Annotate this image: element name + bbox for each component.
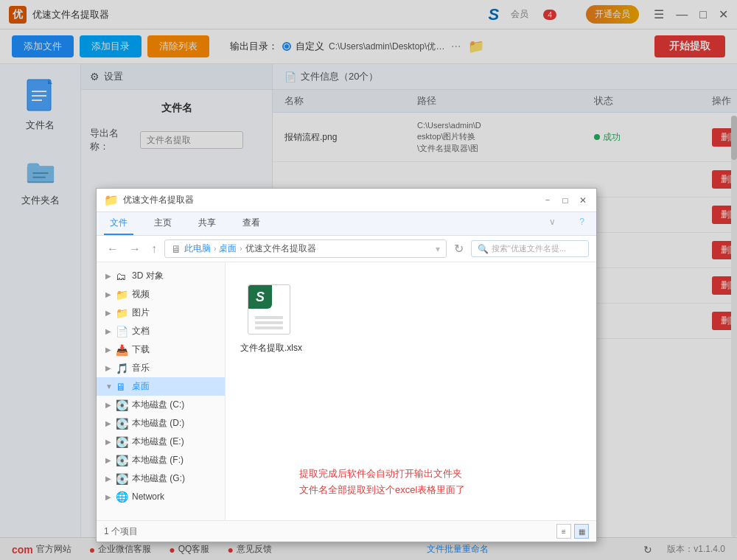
tree-item-label: Network — [132, 491, 164, 502]
tree-arrow-icon: ▶ — [105, 493, 113, 501]
tree-arrow-icon: ▶ — [105, 327, 113, 335]
breadcrumb-bar[interactable]: 🖥 此电脑 › 桌面 › 优速文件名提取器 ▾ — [164, 239, 447, 258]
breadcrumb-folder-icon: 🖥 — [171, 243, 181, 255]
tree-drive-icon: 💽 — [116, 436, 129, 448]
tree-arrow-icon: ▶ — [105, 475, 113, 483]
nav-back-button[interactable]: ← — [104, 241, 122, 257]
ribbon-expand-icon[interactable]: ∨ — [545, 212, 560, 235]
tree-arrow-icon: ▼ — [105, 382, 113, 391]
explorer-close-button[interactable]: ✕ — [577, 195, 589, 206]
explorer-window: 📁 优速文件名提取器 － □ ✕ 文件 主页 共享 查看 ∨ ? ← → ↑ — [96, 188, 597, 542]
bc-computer[interactable]: 此电脑 — [184, 242, 211, 255]
explorer-hint-text: 提取完成后软件会自动打开输出文件夹 文件名全部提取到这个excel表格里面了 — [299, 466, 465, 498]
tree-item-label: 视频 — [132, 288, 150, 301]
tree-arrow-icon: ▶ — [105, 456, 113, 464]
tree-item-c-drive[interactable]: ▶ 💽 本地磁盘 (C:) — [97, 396, 225, 414]
status-items-count: 1 个项目 — [104, 525, 138, 538]
bc-current: 优速文件名提取器 — [245, 242, 316, 255]
tree-item-f-drive[interactable]: ▶ 💽 本地磁盘 (F:) — [97, 451, 225, 469]
ribbon-tab-view[interactable]: 查看 — [237, 212, 266, 235]
tree-drive-icon: 💽 — [116, 473, 129, 485]
tree-item-label: 音乐 — [132, 362, 150, 374]
explorer-ribbon: 文件 主页 共享 查看 ∨ ? — [97, 212, 596, 236]
tree-item-label: 本地磁盘 (C:) — [132, 399, 184, 411]
tree-item-label: 文档 — [132, 325, 150, 337]
tree-item-g-drive[interactable]: ▶ 💽 本地磁盘 (G:) — [97, 469, 225, 488]
explorer-overlay: 📁 优速文件名提取器 － □ ✕ 文件 主页 共享 查看 ∨ ? ← → ↑ — [0, 0, 737, 560]
list-view-button[interactable]: ≡ — [556, 524, 571, 539]
excel-file-item[interactable]: S 文件名提取.xlsx — [240, 284, 302, 354]
tree-folder-icon: 📥 — [116, 344, 129, 356]
tree-item-network[interactable]: ▶ 🌐 Network — [97, 488, 225, 505]
tree-item-video[interactable]: ▶ 📁 视频 — [97, 285, 225, 304]
tree-folder-icon: 🎵 — [116, 363, 129, 374]
tree-arrow-icon: ▶ — [105, 401, 113, 409]
tree-item-label: 桌面 — [132, 380, 150, 393]
explorer-main-area: S 文件名提取.xlsx 提取完成后软件 — [226, 262, 596, 520]
tree-folder-icon: 🖥 — [116, 381, 129, 393]
file-item-container: S 文件名提取.xlsx — [240, 284, 302, 354]
bc-desktop[interactable]: 桌面 — [219, 242, 237, 255]
excel-lines — [255, 316, 283, 329]
tree-arrow-icon: ▶ — [105, 346, 113, 354]
excel-brand-badge: S — [248, 285, 272, 309]
tree-folder-icon: 📁 — [116, 307, 129, 319]
tree-item-label: 3D 对象 — [132, 270, 164, 282]
tree-item-d-drive[interactable]: ▶ 💽 本地磁盘 (D:) — [97, 414, 225, 433]
tree-drive-icon: 💽 — [116, 418, 129, 430]
ribbon-tab-file[interactable]: 文件 — [104, 212, 133, 235]
tree-folder-icon: 📄 — [116, 326, 129, 337]
explorer-title-text: 优速文件名提取器 — [123, 194, 194, 206]
search-placeholder: 搜索"优速文件名提... — [492, 243, 566, 254]
excel-file-name: 文件名提取.xlsx — [240, 342, 302, 354]
explorer-win-controls: － □ ✕ — [542, 195, 589, 206]
nav-forward-button[interactable]: → — [126, 241, 144, 257]
ribbon-help-icon[interactable]: ? — [575, 212, 589, 235]
excel-file-icon: S — [248, 284, 295, 337]
tree-arrow-icon: ▶ — [105, 309, 113, 317]
ribbon-tab-share[interactable]: 共享 — [192, 212, 222, 235]
explorer-minimize-button[interactable]: － — [542, 195, 553, 206]
tree-item-label: 图片 — [132, 307, 150, 319]
bc-dropdown-icon[interactable]: ▾ — [436, 244, 440, 254]
tree-drive-icon: 💽 — [116, 455, 129, 466]
explorer-title-bar: 📁 优速文件名提取器 — [104, 193, 542, 207]
tree-item-desktop[interactable]: ▼ 🖥 桌面 — [97, 377, 225, 396]
search-box[interactable]: 🔍 搜索"优速文件名提... — [471, 240, 589, 257]
bc-sep1: › — [214, 245, 216, 253]
explorer-tree-sidebar: ▶ 🗂 3D 对象 ▶ 📁 视频 ▶ 📁 图片 ▶ 📄 文档 — [97, 262, 226, 520]
search-icon: 🔍 — [478, 244, 489, 254]
tree-item-3d[interactable]: ▶ 🗂 3D 对象 — [97, 267, 225, 285]
tree-folder-icon: 🗂 — [116, 270, 129, 282]
tree-item-label: 下载 — [132, 343, 150, 356]
explorer-titlebar: 📁 优速文件名提取器 － □ ✕ — [97, 189, 596, 212]
tree-item-documents[interactable]: ▶ 📄 文档 — [97, 322, 225, 340]
tree-item-label: 本地磁盘 (E:) — [132, 435, 184, 448]
tree-item-label: 本地磁盘 (F:) — [132, 454, 184, 466]
tree-item-label: 本地磁盘 (G:) — [132, 472, 185, 485]
tree-arrow-icon: ▶ — [105, 419, 113, 427]
tree-arrow-icon: ▶ — [105, 290, 113, 298]
tree-arrow-icon: ▶ — [105, 364, 113, 372]
grid-view-button[interactable]: ▦ — [574, 524, 589, 539]
refresh-button[interactable]: ↻ — [451, 240, 467, 257]
hint-line2: 文件名全部提取到这个excel表格里面了 — [299, 482, 465, 498]
explorer-maximize-button[interactable]: □ — [559, 195, 571, 206]
tree-item-e-drive[interactable]: ▶ 💽 本地磁盘 (E:) — [97, 433, 225, 451]
nav-up-button[interactable]: ↑ — [148, 241, 160, 257]
tree-folder-icon: 📁 — [116, 289, 129, 301]
tree-arrow-icon: ▶ — [105, 272, 113, 280]
tree-item-downloads[interactable]: ▶ 📥 下载 — [97, 340, 225, 359]
tree-network-icon: 🌐 — [116, 491, 129, 503]
tree-item-pictures[interactable]: ▶ 📁 图片 — [97, 304, 225, 322]
tree-item-music[interactable]: ▶ 🎵 音乐 — [97, 359, 225, 377]
bc-sep2: › — [240, 245, 242, 253]
tree-arrow-icon: ▶ — [105, 438, 113, 446]
view-buttons: ≡ ▦ — [556, 524, 589, 539]
explorer-content: ▶ 🗂 3D 对象 ▶ 📁 视频 ▶ 📁 图片 ▶ 📄 文档 — [97, 262, 596, 520]
tree-drive-icon: 💽 — [116, 399, 129, 411]
ribbon-tab-home[interactable]: 主页 — [148, 212, 178, 235]
explorer-addressbar: ← → ↑ 🖥 此电脑 › 桌面 › 优速文件名提取器 ▾ ↻ 🔍 搜索"优速文… — [97, 236, 596, 262]
hint-line1: 提取完成后软件会自动打开输出文件夹 — [299, 466, 465, 482]
explorer-statusbar: 1 个项目 ≡ ▦ — [97, 520, 596, 542]
